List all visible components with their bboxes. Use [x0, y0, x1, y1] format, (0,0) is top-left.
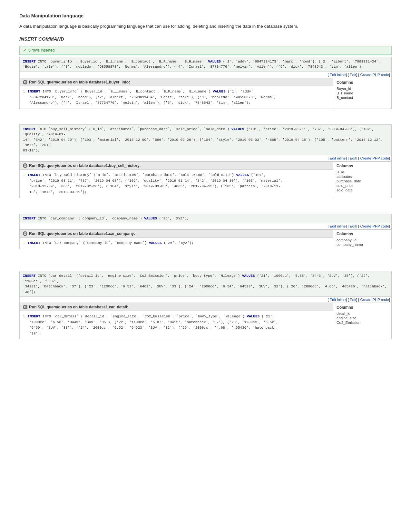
edit-company[interactable]: Edit	[350, 224, 356, 228]
run-sql-history: ⚙ Run SQL query/queries on table databas…	[19, 161, 392, 198]
col-company-id: company_id	[337, 238, 388, 242]
run-sql-left-detail: ⚙ Run SQL query/queries on table databas…	[20, 303, 333, 339]
create-php-company[interactable]: Create PHP code	[360, 224, 389, 228]
edit-links-buyer: [Edit inline] [Edit] [Create PHP code]	[19, 72, 392, 78]
outer-sql-history: INSERT INTO `buy_sell_history` (`H_id`, …	[19, 124, 392, 156]
columns-label-buyer: Columns	[337, 80, 388, 85]
run-sql-header-company: ⚙ Run SQL query/queries on table databas…	[20, 230, 333, 238]
success-notice-buyer: ✓ 5 rows inserted	[19, 46, 392, 55]
col-co2-emission: Co2_Emission	[337, 320, 388, 325]
edit-links-detail: [Edit inline] [Edit] [Create PHP code]	[19, 297, 392, 303]
col-buyer-id: Buyer_id	[337, 86, 388, 91]
columns-label-detail: Columns	[337, 305, 388, 310]
create-php-detail[interactable]: Create PHP code	[360, 298, 389, 302]
run-sql-code-company[interactable]: 1INSERT INTO `car_company` (`company_id`…	[20, 238, 333, 249]
section-title: INSERT COMMAND	[19, 36, 392, 42]
edit-links-company: [Edit inline] [Edit] [Create PHP code]	[19, 223, 392, 229]
col-bl-name: B_l_name	[337, 91, 388, 95]
run-sql-company: ⚙ Run SQL query/queries on table databas…	[19, 229, 392, 249]
columns-panel-buyer: Columns Buyer_id B_l_name B_contact	[333, 78, 391, 109]
edit-inline-detail[interactable]: Edit inline	[330, 298, 346, 302]
create-php-history[interactable]: Create PHP code	[360, 156, 389, 160]
edit-links-history: [Edit inline] [Edit] [Create PHP code]	[19, 155, 392, 161]
edit-inline-company[interactable]: Edit inline	[330, 224, 346, 228]
col-sold-date: sold_date	[337, 188, 388, 192]
success-text: 5 rows inserted	[28, 48, 54, 53]
columns-label-company: Columns	[337, 232, 388, 236]
col-purchase-date: purchase_date	[337, 179, 388, 183]
run-sql-label-company: Run SQL query/queries on table database1…	[29, 231, 135, 236]
run-sql-code-detail[interactable]: 1INSERT INTO `car_detail` (`detail_id`, …	[20, 311, 333, 339]
columns-panel-history: Columns H_id attributes purchase_date so…	[333, 162, 391, 198]
gear-icon-buyer: ⚙	[23, 80, 27, 84]
edit-inline-buyer[interactable]: Edit inline	[330, 73, 346, 77]
section-buyer-info: ✓ 5 rows inserted INSERT INTO `buyer_inf…	[19, 46, 392, 109]
run-sql-label-history: Run SQL query/queries on table database1…	[29, 163, 141, 168]
check-icon: ✓	[23, 48, 26, 53]
intro-paragraph: A data manipulation language is basicall…	[19, 23, 392, 30]
columns-panel-detail: Columns detail_id engine_size Co2_Emissi…	[333, 303, 391, 339]
run-sql-left-company: ⚙ Run SQL query/queries on table databas…	[20, 230, 333, 249]
section-buy-sell-history: INSERT INTO `buy_sell_history` (`H_id`, …	[19, 124, 392, 198]
gear-icon-history: ⚙	[23, 163, 27, 168]
run-sql-left-history: ⚙ Run SQL query/queries on table databas…	[20, 162, 333, 198]
col-engine-size: engine_size	[337, 316, 388, 320]
gear-icon-company: ⚙	[23, 231, 27, 236]
outer-sql-buyer: INSERT INTO `buyer_info` (`Buyer_id`, `B…	[19, 57, 392, 72]
run-sql-label-buyer: Run SQL query/queries on table database1…	[29, 80, 130, 84]
outer-sql-detail: INSERT INTO `car_detail` (`detail_id`, `…	[19, 271, 392, 297]
col-company-name: company_name	[337, 242, 388, 247]
run-sql-left-buyer: ⚙ Run SQL query/queries on table databas…	[20, 78, 333, 109]
edit-detail[interactable]: Edit	[350, 298, 356, 302]
edit-inline-history[interactable]: Edit inline	[330, 156, 346, 160]
run-sql-code-history[interactable]: 1INSERT INTO `buy_sell_history` (`H_id`,…	[20, 170, 333, 198]
create-php-buyer[interactable]: Create PHP code	[360, 73, 389, 77]
page-title: Data Manipulation language	[19, 13, 392, 18]
run-sql-header-buyer: ⚙ Run SQL query/queries on table databas…	[20, 78, 333, 86]
gear-icon-detail: ⚙	[23, 305, 27, 309]
section-car-company: INSERT INTO `car_company` (`company_id`,…	[19, 214, 392, 249]
edit-buyer[interactable]: Edit	[350, 73, 356, 77]
outer-sql-company: INSERT INTO `car_company` (`company_id`,…	[19, 214, 392, 224]
edit-history[interactable]: Edit	[350, 156, 356, 160]
col-attributes: attributes	[337, 174, 388, 179]
col-h-id: H_id	[337, 170, 388, 174]
run-sql-buyer: ⚙ Run SQL query/queries on table databas…	[19, 78, 392, 109]
run-sql-header-history: ⚙ Run SQL query/queries on table databas…	[20, 162, 333, 170]
columns-panel-company: Columns company_id company_name	[333, 230, 391, 249]
run-sql-label-detail: Run SQL query/queries on table database1…	[29, 305, 128, 309]
run-sql-header-detail: ⚙ Run SQL query/queries on table databas…	[20, 303, 333, 311]
run-sql-code-buyer[interactable]: 1INSERT INTO `buyer_info` (`Buyer_id`, `…	[20, 86, 333, 109]
col-detail-id: detail_id	[337, 311, 388, 316]
section-car-detail: INSERT INTO `car_detail` (`detail_id`, `…	[19, 271, 392, 339]
col-sold-price: sold_price	[337, 183, 388, 188]
col-b-contact: B_contact	[337, 95, 388, 100]
columns-label-history: Columns	[337, 164, 388, 168]
run-sql-detail: ⚙ Run SQL query/queries on table databas…	[19, 303, 392, 339]
